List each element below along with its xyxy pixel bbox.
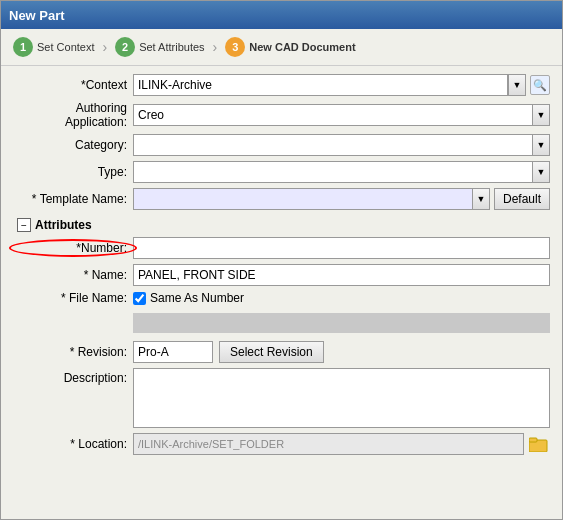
window-title: New Part [9,8,65,23]
svg-rect-1 [529,438,537,442]
type-dropdown-btn[interactable]: ▼ [532,161,550,183]
revision-row: * Revision: Select Revision [13,341,550,363]
template-control: doosan_pkgng_template_shtmtl.prt ▼ Defau… [133,188,550,210]
authoring-row: Authoring Application: Creo ▼ [13,101,550,129]
number-label: *Number: [13,241,133,255]
context-dropdown-btn[interactable]: ▼ [508,74,526,96]
context-label: *Context [13,78,133,92]
type-row: Type: CAD Document ▼ [13,161,550,183]
type-select-wrapper: CAD Document ▼ [133,161,550,183]
type-label: Type: [13,165,133,179]
step-3-circle: 3 [225,37,245,57]
description-control [133,368,550,428]
name-row: * Name: [13,264,550,286]
filename-control: Same As Number [133,291,550,305]
location-folder-button[interactable] [528,433,550,455]
number-row: *Number: [13,237,550,259]
select-revision-button[interactable]: Select Revision [219,341,324,363]
location-label: * Location: [13,437,133,451]
attributes-toggle[interactable]: − [17,218,31,232]
context-search-icon[interactable]: 🔍 [530,75,550,95]
category-input[interactable]: CAD Part [133,134,532,156]
template-input[interactable]: doosan_pkgng_template_shtmtl.prt [133,188,472,210]
filename-row: * File Name: Same As Number [13,291,550,305]
name-label: * Name: [13,268,133,282]
attributes-section-header: − Attributes [13,218,550,232]
revision-control: Select Revision [133,341,550,363]
description-textarea[interactable] [133,368,550,428]
context-row: *Context ILINK-Archive ▼ 🔍 [13,74,550,96]
folder-icon [529,436,549,452]
category-dropdown-btn[interactable]: ▼ [532,134,550,156]
same-as-number-label: Same As Number [150,291,244,305]
context-input[interactable]: ILINK-Archive [133,74,508,96]
step-1[interactable]: 1 Set Context [13,37,94,57]
description-label: Description: [13,371,133,385]
authoring-control: Creo ▼ [133,104,550,126]
number-control [133,237,550,259]
context-select-wrapper: ILINK-Archive ▼ [133,74,526,96]
category-row: Category: CAD Part ▼ [13,134,550,156]
category-control: CAD Part ▼ [133,134,550,156]
authoring-input[interactable]: Creo [133,104,532,126]
same-as-number-checkbox[interactable] [133,292,146,305]
step-2[interactable]: 2 Set Attributes [115,37,204,57]
filename-grey-band [133,313,550,333]
location-row: * Location: [13,433,550,455]
wizard-steps: 1 Set Context › 2 Set Attributes › 3 New… [1,29,562,66]
context-control: ILINK-Archive ▼ 🔍 [133,74,550,96]
revision-label: * Revision: [13,345,133,359]
step-3-label: New CAD Document [249,41,355,53]
number-input[interactable] [133,237,550,259]
location-control [133,433,550,455]
location-input[interactable] [133,433,524,455]
type-input[interactable]: CAD Document [133,161,532,183]
step-3[interactable]: 3 New CAD Document [225,37,355,57]
authoring-select-wrapper: Creo ▼ [133,104,550,126]
same-as-number-wrapper: Same As Number [133,291,244,305]
filename-label: * File Name: [13,291,133,305]
authoring-dropdown-btn[interactable]: ▼ [532,104,550,126]
name-control [133,264,550,286]
template-dropdown-btn[interactable]: ▼ [472,188,490,210]
step-2-circle: 2 [115,37,135,57]
template-select-wrapper: doosan_pkgng_template_shtmtl.prt ▼ [133,188,490,210]
step-2-label: Set Attributes [139,41,204,53]
category-label: Category: [13,138,133,152]
template-row: * Template Name: doosan_pkgng_template_s… [13,188,550,210]
step-1-circle: 1 [13,37,33,57]
step-1-label: Set Context [37,41,94,53]
template-label: * Template Name: [13,192,133,206]
title-bar: New Part [1,1,562,29]
filename-input-row [13,310,550,336]
default-button[interactable]: Default [494,188,550,210]
category-select-wrapper: CAD Part ▼ [133,134,550,156]
revision-input[interactable] [133,341,213,363]
form-content: *Context ILINK-Archive ▼ 🔍 Authoring App… [1,66,562,519]
step-separator-1: › [102,39,107,55]
step-separator-2: › [213,39,218,55]
type-control: CAD Document ▼ [133,161,550,183]
main-window: New Part 1 Set Context › 2 Set Attribute… [0,0,563,520]
description-row: Description: [13,368,550,428]
filename-input-control [133,310,550,336]
attributes-title: Attributes [35,218,92,232]
authoring-label: Authoring Application: [13,101,133,129]
name-input[interactable] [133,264,550,286]
